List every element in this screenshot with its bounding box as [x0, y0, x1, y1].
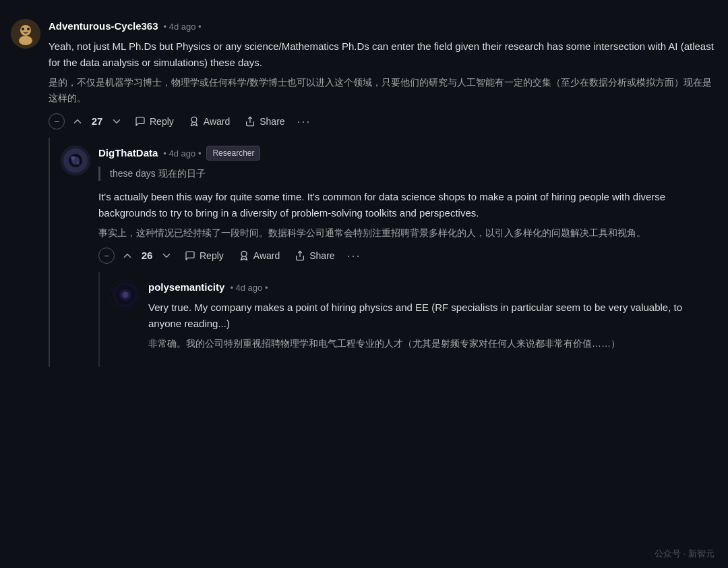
downvote-button[interactable] — [158, 248, 175, 263]
reply-button[interactable]: Reply — [179, 248, 229, 264]
comment-item: Adventurous-Cycle363 • 4d ago • Yeah, no… — [11, 11, 717, 138]
quote-block: these days 现在的日子 — [98, 167, 717, 181]
action-bar: − 26 — [98, 248, 717, 264]
username: Adventurous-Cycle363 — [49, 19, 158, 34]
upvote-button[interactable] — [69, 114, 86, 129]
vote-group: 26 — [119, 248, 175, 264]
downvote-button[interactable] — [108, 114, 125, 129]
nested-comment-level2: polysemanticity • 4d ago • Very true. My… — [98, 272, 717, 366]
comment-body: polysemanticity • 4d ago • Very true. My… — [148, 280, 717, 358]
flair-badge: Researcher — [206, 146, 260, 161]
comment-text-zh: 事实上，这种情况已经持续了一段时间。数据科学公司通常会特别注重招聘背景多样化的人… — [98, 225, 717, 242]
more-options-button[interactable]: ··· — [344, 249, 364, 263]
username: DigThatData — [98, 146, 158, 161]
collapse-button[interactable]: − — [98, 248, 115, 264]
avatar — [111, 280, 140, 310]
svg-point-3 — [22, 28, 24, 30]
reply-button[interactable]: Reply — [129, 113, 179, 130]
action-bar: − 27 Reply — [49, 113, 717, 130]
svg-point-13 — [241, 252, 247, 257]
avatar — [61, 146, 90, 175]
collapse-button[interactable]: − — [49, 113, 65, 130]
award-button[interactable]: Award — [183, 113, 235, 130]
username: polysemanticity — [148, 280, 224, 295]
svg-point-2 — [19, 36, 32, 45]
more-options-button[interactable]: ··· — [295, 115, 314, 129]
vote-count: 26 — [139, 248, 155, 264]
svg-point-5 — [191, 117, 197, 122]
svg-point-12 — [77, 162, 80, 165]
svg-point-4 — [27, 28, 30, 30]
comment-text-en: Very true. My company makes a point of h… — [148, 300, 717, 332]
comment-body: DigThatData • 4d ago • Researcher these … — [98, 146, 717, 264]
timestamp: • 4d ago • — [230, 281, 268, 295]
avatar — [11, 19, 40, 49]
svg-point-1 — [20, 25, 31, 36]
watermark: 公众号 · 新智元 — [655, 547, 715, 561]
comment-header: Adventurous-Cycle363 • 4d ago • — [49, 19, 717, 34]
comment-text-zh: 是的，不仅是机器学习博士，物理学或任何科学/数学博士也可以进入这个领域，只要他们… — [49, 75, 717, 107]
award-button[interactable]: Award — [233, 248, 285, 264]
upvote-button[interactable] — [119, 248, 136, 263]
comment-item: polysemanticity • 4d ago • Very true. My… — [111, 272, 717, 366]
nested-comment: DigThatData • 4d ago • Researcher these … — [49, 138, 717, 367]
comment-text-en: Yeah, not just ML Ph.Ds but Physics or a… — [49, 38, 717, 71]
comments-section: Adventurous-Cycle363 • 4d ago • Yeah, no… — [0, 11, 728, 367]
vote-group: 27 — [69, 114, 125, 130]
share-button[interactable]: Share — [239, 113, 290, 130]
comment-text-zh: 非常确。我的公司特别重视招聘物理学和电气工程专业的人才（尤其是射频专家对任何人来… — [148, 336, 717, 352]
comment-body: Adventurous-Cycle363 • 4d ago • Yeah, no… — [49, 19, 717, 130]
comment-header: polysemanticity • 4d ago • — [148, 280, 717, 295]
comment-text-en: It's actually been this way for quite so… — [98, 189, 717, 221]
comment-item: DigThatData • 4d ago • Researcher these … — [61, 138, 717, 272]
svg-point-11 — [71, 156, 75, 160]
comment-header: DigThatData • 4d ago • Researcher — [98, 146, 717, 161]
timestamp: • 4d ago • — [163, 147, 201, 161]
quote-text: these days 现在的日子 — [110, 168, 206, 179]
svg-point-19 — [123, 292, 128, 297]
timestamp: • 4d ago • — [164, 20, 202, 34]
share-button[interactable]: Share — [289, 248, 340, 264]
vote-count: 27 — [89, 114, 105, 130]
